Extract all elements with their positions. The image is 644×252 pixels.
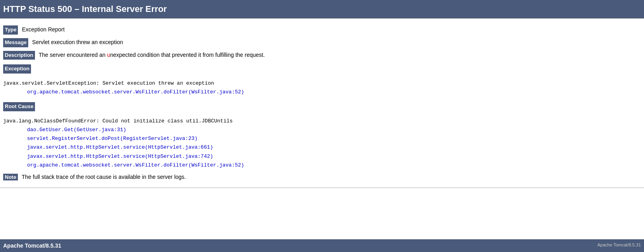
exception-line2: org.apache.tomcat.websocket.server.WsFil…: [27, 88, 641, 97]
note-text: The full stack trace of the root cause i…: [22, 174, 186, 180]
message-label: Message: [3, 38, 28, 47]
page-title: HTTP Status 500 – Internal Server Error: [3, 4, 167, 14]
root-cause-line2: dao.GetUser.Get(GetUser.java:31): [27, 126, 641, 134]
note-label: Note: [3, 174, 18, 180]
note-row: Note The full stack trace of the root ca…: [3, 174, 641, 180]
message-value: Servlet execution threw an exception: [32, 39, 123, 45]
description-text-before: The server encountered an: [39, 52, 107, 58]
page-wrapper: HTTP Status 500 – Internal Server Error …: [0, 0, 644, 252]
content-area: Type Exception Report Message Servlet ex…: [0, 19, 644, 188]
description-label: Description: [3, 51, 35, 60]
root-cause-label: Root Cause: [3, 102, 35, 111]
description-highlight: u: [107, 52, 110, 58]
root-cause-line6: org.apache.tomcat.websocket.server.WsFil…: [27, 161, 641, 170]
root-cause-line1: java.lang.NoClassDefFoundError: Could no…: [3, 117, 641, 126]
message-row: Message Servlet execution threw an excep…: [3, 38, 641, 47]
bottom-divider: [0, 188, 644, 188]
root-cause-code-block: java.lang.NoClassDefFoundError: Could no…: [3, 117, 641, 170]
footer-right-text: Apache Tomcat/8.5.31: [597, 242, 641, 247]
type-label: Type: [3, 25, 18, 35]
description-row: Description The server encountered an un…: [3, 50, 641, 60]
description-value: The server encountered an unexpected con…: [39, 52, 265, 58]
type-value: Exception Report: [22, 26, 64, 33]
root-cause-line5: javax.servlet.http.HttpServlet.service(H…: [27, 152, 641, 161]
page-footer: Apache Tomcat/8.5.31 Apache Tomcat/8.5.3…: [0, 239, 644, 252]
type-row: Type Exception Report: [3, 25, 641, 35]
exception-line1: javax.servlet.ServletException: Servlet …: [3, 79, 641, 88]
exception-code-block: javax.servlet.ServletException: Servlet …: [3, 79, 641, 97]
exception-label: Exception: [3, 64, 31, 74]
root-cause-section-label-row: Root Cause: [3, 101, 641, 114]
description-text-after: nexpected condition that prevented it fr…: [110, 52, 265, 58]
root-cause-line3: servlet.RegisterServlet.doPost(RegisterS…: [27, 134, 641, 143]
footer-label: Apache Tomcat/8.5.31: [3, 242, 61, 249]
root-cause-line4: javax.servlet.http.HttpServlet.service(H…: [27, 143, 641, 152]
exception-section-label-row: Exception: [3, 63, 641, 76]
page-header: HTTP Status 500 – Internal Server Error: [0, 0, 644, 18]
